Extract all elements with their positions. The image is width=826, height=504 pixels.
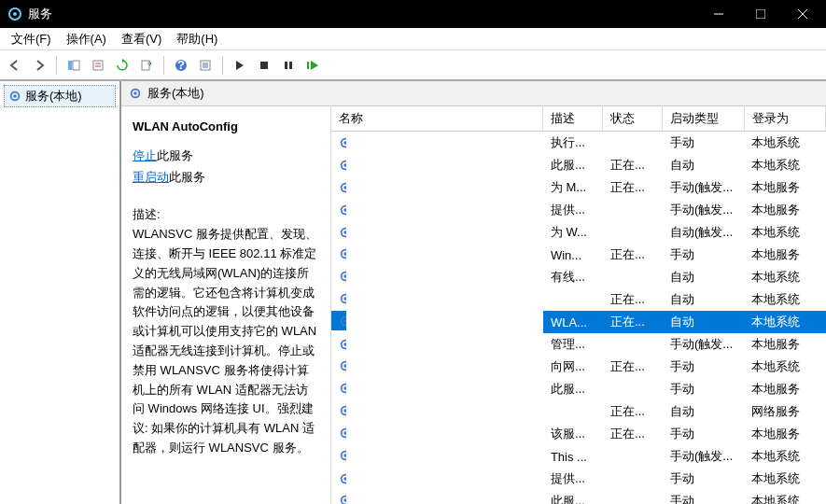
cell-status bbox=[603, 221, 663, 244]
cell-startup: 手动 bbox=[663, 356, 744, 378]
restart-link[interactable]: 重启动 bbox=[133, 170, 169, 184]
table-row[interactable]: WLAN AutoConfigWLA...正在...自动本地系统 bbox=[331, 311, 826, 333]
svg-point-45 bbox=[343, 343, 346, 346]
cell-logon: 本地系统 bbox=[744, 468, 825, 490]
cell-logon: 本地系统 bbox=[744, 154, 825, 176]
cell-name: Windows 许可证管理器服务 bbox=[331, 176, 346, 199]
svg-rect-21 bbox=[307, 62, 309, 69]
cell-startup: 手动(触发... bbox=[663, 176, 744, 199]
column-name[interactable]: 名称 bbox=[331, 106, 543, 132]
table-row[interactable]: Xbox Live此服...手动本地系统 bbox=[331, 490, 826, 504]
cell-status bbox=[603, 378, 663, 400]
svg-text:?: ? bbox=[177, 59, 185, 72]
cell-logon: 本地服务 bbox=[744, 378, 825, 400]
restart-service-button[interactable] bbox=[301, 54, 324, 77]
cell-name: Windows 推送通知系统服务 bbox=[331, 154, 346, 176]
service-icon bbox=[339, 315, 346, 328]
svg-rect-3 bbox=[756, 9, 765, 19]
table-row[interactable]: Work Folders此服...手动本地服务 bbox=[331, 378, 826, 400]
back-button[interactable] bbox=[4, 54, 26, 77]
service-icon bbox=[339, 338, 346, 351]
restart-suffix: 此服务 bbox=[169, 170, 205, 184]
service-icon bbox=[339, 247, 346, 260]
cell-startup: 自动 bbox=[663, 154, 744, 176]
svg-point-53 bbox=[343, 431, 346, 435]
table-row[interactable]: Wireless PAN DHCP Server正在...自动本地系统 bbox=[331, 288, 826, 311]
table-row[interactable]: Windows 推送通知系统服务此服...正在...自动本地系统 bbox=[331, 154, 826, 176]
cell-logon: 本地系统 bbox=[744, 288, 825, 311]
menu-file[interactable]: 文件(F) bbox=[4, 29, 59, 49]
cell-name: Xbox Live 身份验证管理器 bbox=[331, 468, 346, 490]
nav-root-label: 服务(本地) bbox=[25, 88, 82, 105]
start-service-button[interactable] bbox=[229, 54, 251, 77]
menu-action[interactable]: 操作(A) bbox=[59, 29, 114, 49]
maximize-button[interactable] bbox=[742, 0, 784, 28]
svg-point-47 bbox=[343, 364, 346, 368]
cell-status bbox=[603, 445, 663, 468]
service-icon bbox=[339, 226, 346, 239]
table-row[interactable]: WMI Performance Adapt...向网...正在...手动本地系统 bbox=[331, 356, 826, 378]
cell-status: 正在... bbox=[603, 244, 663, 266]
table-row[interactable]: WWAN AutoConfig该服...正在...手动本地服务 bbox=[331, 423, 826, 445]
pause-service-button[interactable] bbox=[277, 54, 300, 77]
table-row[interactable]: Windows 移动热点服务提供...手动(触发...本地服务 bbox=[331, 199, 826, 221]
cell-status: 正在... bbox=[603, 400, 663, 423]
menu-view[interactable]: 查看(V) bbox=[114, 29, 169, 49]
cell-name: WMI Performance Adapt... bbox=[331, 356, 346, 375]
svg-point-43 bbox=[343, 319, 346, 323]
cell-logon: 本地服务 bbox=[744, 199, 825, 221]
show-hide-tree-button[interactable] bbox=[63, 54, 85, 77]
service-icon bbox=[339, 472, 346, 485]
properties-button[interactable] bbox=[87, 54, 109, 77]
column-startup[interactable]: 启动类型 bbox=[663, 106, 744, 132]
cell-logon: 网络服务 bbox=[744, 400, 825, 423]
cell-name: Xbox Accessory Manage... bbox=[331, 445, 346, 465]
selected-service-title: WLAN AutoConfig bbox=[133, 118, 319, 137]
titlebar: 服务 bbox=[0, 0, 826, 28]
cell-desc: 执行... bbox=[543, 132, 603, 155]
service-icon bbox=[339, 270, 346, 283]
table-row[interactable]: Workstation正在...自动网络服务 bbox=[331, 400, 826, 423]
cell-startup: 自动 bbox=[663, 266, 744, 288]
column-status[interactable]: 状态 bbox=[603, 106, 663, 132]
stop-link[interactable]: 停止 bbox=[133, 148, 157, 162]
export-button[interactable] bbox=[135, 54, 158, 77]
table-row[interactable]: Windows 管理服务执行...手动本地系统 bbox=[331, 132, 826, 155]
table-row[interactable]: Windows 预览体验成员服务为 W...自动(触发...本地系统 bbox=[331, 221, 826, 244]
refresh-button[interactable] bbox=[111, 54, 133, 77]
cell-status: 正在... bbox=[603, 176, 663, 199]
table-row[interactable]: WLAN Direct 服务连接管...管理...手动(触发...本地服务 bbox=[331, 333, 826, 356]
table-row[interactable]: Wired AutoConfig有线...自动本地系统 bbox=[331, 266, 826, 288]
column-desc[interactable]: 描述 bbox=[543, 106, 603, 132]
svg-point-55 bbox=[343, 454, 346, 457]
cell-startup: 手动(触发... bbox=[663, 199, 744, 221]
service-icon bbox=[339, 404, 346, 417]
list-button[interactable] bbox=[194, 54, 217, 77]
service-icon bbox=[339, 449, 346, 462]
services-table-pane[interactable]: 名称 描述 状态 启动类型 登录为 Windows 管理服务执行...手动本地系… bbox=[331, 106, 826, 504]
svg-point-31 bbox=[343, 186, 346, 189]
help-button[interactable]: ? bbox=[170, 54, 192, 77]
menu-help[interactable]: 帮助(H) bbox=[169, 29, 225, 49]
cell-desc: 提供... bbox=[543, 199, 603, 221]
services-table: 名称 描述 状态 启动类型 登录为 Windows 管理服务执行...手动本地系… bbox=[331, 106, 826, 504]
cell-startup: 手动 bbox=[663, 378, 744, 400]
stop-service-button[interactable] bbox=[253, 54, 275, 77]
cell-startup: 手动 bbox=[663, 490, 744, 504]
cell-desc: 向网... bbox=[543, 356, 603, 378]
cell-name: Windows 预览体验成员服务 bbox=[331, 221, 346, 244]
svg-point-29 bbox=[343, 163, 346, 167]
cell-startup: 自动 bbox=[663, 288, 744, 311]
close-button[interactable] bbox=[784, 0, 826, 28]
cell-status: 正在... bbox=[603, 311, 663, 333]
cell-desc: WLA... bbox=[543, 311, 603, 333]
table-row[interactable]: Xbox Accessory Manage...This ...手动(触发...… bbox=[331, 445, 826, 468]
table-row[interactable]: Xbox Live 身份验证管理器提供...手动本地系统 bbox=[331, 468, 826, 490]
cell-logon: 本地系统 bbox=[744, 356, 825, 378]
forward-button[interactable] bbox=[28, 54, 50, 77]
table-row[interactable]: Windows 许可证管理器服务为 M...正在...手动(触发...本地服务 bbox=[331, 176, 826, 199]
nav-root-item[interactable]: 服务(本地) bbox=[4, 85, 116, 107]
table-row[interactable]: WinHTTP Web Proxy Aut...Win...正在...手动本地服… bbox=[331, 244, 826, 266]
minimize-button[interactable] bbox=[700, 0, 742, 28]
column-logon[interactable]: 登录为 bbox=[744, 106, 825, 132]
